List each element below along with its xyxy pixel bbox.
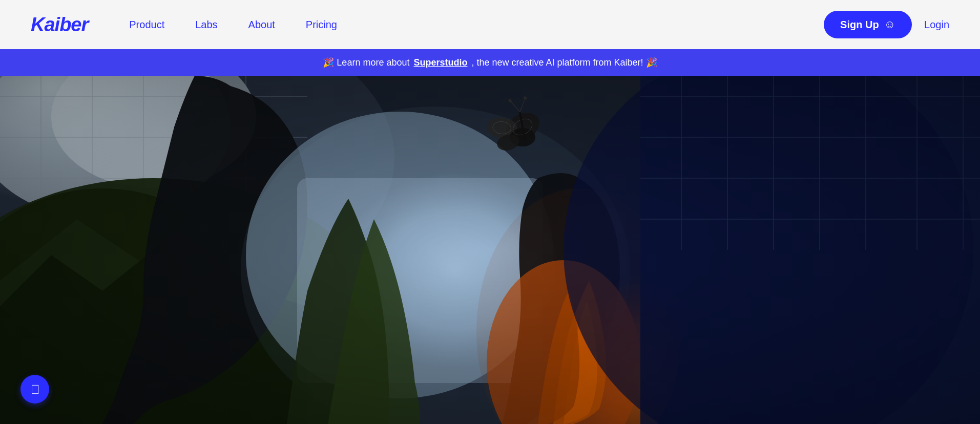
announcement-banner: 🎉 Learn more about Superstudio , the new… bbox=[0, 49, 980, 76]
chat-widget[interactable]: ⎕ bbox=[20, 375, 49, 404]
navbar: Kaiber Product Labs About Pricing Sign U… bbox=[0, 0, 980, 49]
nav-about[interactable]: About bbox=[248, 19, 275, 31]
signup-button[interactable]: Sign Up ☺ bbox=[824, 11, 912, 38]
superstudio-link[interactable]: Superstudio bbox=[413, 57, 467, 68]
nav-labs[interactable]: Labs bbox=[195, 19, 217, 31]
nav-right: Sign Up ☺ Login bbox=[824, 11, 949, 38]
nav-product[interactable]: Product bbox=[129, 19, 164, 31]
banner-prefix: 🎉 Learn more about bbox=[323, 57, 409, 68]
svg-rect-44 bbox=[0, 76, 980, 424]
hero-artwork bbox=[0, 76, 980, 424]
banner-suffix: , the new creative AI platform from Kaib… bbox=[471, 57, 657, 68]
login-link[interactable]: Login bbox=[924, 19, 949, 31]
signup-label: Sign Up bbox=[840, 19, 879, 31]
nav-links: Product Labs About Pricing bbox=[129, 19, 824, 31]
hero-section bbox=[0, 76, 980, 424]
chat-icon: ⎕ bbox=[32, 383, 38, 396]
logo[interactable]: Kaiber bbox=[31, 14, 88, 36]
nav-pricing[interactable]: Pricing bbox=[306, 19, 337, 31]
smiley-icon: ☺ bbox=[884, 18, 895, 31]
